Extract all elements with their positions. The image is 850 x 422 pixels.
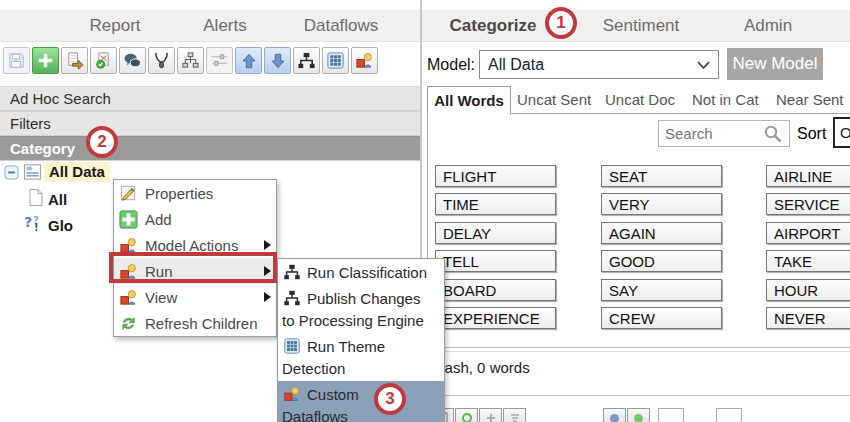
tab-not-in-cat[interactable]: Not in Cat xyxy=(692,86,759,113)
word-button[interactable]: SERVICE xyxy=(766,193,850,215)
run-theme-detection-button[interactable] xyxy=(322,47,349,74)
save-button[interactable] xyxy=(3,47,30,74)
export-document-button[interactable] xyxy=(61,47,88,74)
annotation-step-1: 1 xyxy=(545,7,577,39)
comments-button[interactable] xyxy=(119,47,146,74)
search-icon[interactable] xyxy=(763,124,783,144)
plus-icon xyxy=(119,210,138,229)
sidebar-section-adhoc-search[interactable]: Ad Hoc Search xyxy=(0,86,420,111)
word-button[interactable]: FLIGHT xyxy=(435,165,556,187)
filter-sliders-icon xyxy=(210,51,229,70)
global-rules-icon: ??! xyxy=(22,213,43,233)
hierarchy-button[interactable] xyxy=(177,47,204,74)
divider xyxy=(427,395,850,396)
tree-node-glo[interactable]: Glo xyxy=(48,216,73,236)
sidebar-section-filters[interactable]: Filters xyxy=(0,111,420,136)
menu-item-refresh-children[interactable]: Refresh Children xyxy=(114,310,276,336)
submenu-arrow-icon xyxy=(264,240,271,250)
trash-toolbar-button[interactable] xyxy=(627,408,650,422)
submenu-item-label: Detection xyxy=(278,359,444,381)
arrows-icon xyxy=(485,412,497,422)
nav-tab-dataflows[interactable]: Dataflows xyxy=(304,10,379,41)
nav-tab-admin[interactable]: Admin xyxy=(744,10,792,41)
nav-tab-sentiment[interactable]: Sentiment xyxy=(603,10,680,41)
custom-dataflow-button[interactable] xyxy=(351,47,378,74)
sidebar-section-category[interactable]: Category xyxy=(0,136,420,161)
word-button[interactable]: VERY xyxy=(601,193,722,215)
divider xyxy=(427,351,850,352)
sort-select[interactable]: Oc xyxy=(833,117,850,148)
tab-uncat-sent[interactable]: Uncat Sent xyxy=(517,86,591,113)
trash-toolbar-button[interactable] xyxy=(479,408,502,422)
nav-tab-alerts[interactable]: Alerts xyxy=(203,10,246,41)
menu-item-properties[interactable]: Properties xyxy=(114,180,276,206)
menu-item-add[interactable]: Add xyxy=(114,206,276,232)
dataflow-icon xyxy=(283,385,301,403)
word-button[interactable]: DELAY xyxy=(435,222,556,244)
trash-toolbar-button[interactable] xyxy=(503,408,526,422)
menu-item-label: Properties xyxy=(145,185,213,202)
classification-icon xyxy=(283,289,301,307)
annotation-run-highlight xyxy=(109,252,277,283)
submenu-item-run-classification[interactable]: Run Classification xyxy=(278,259,444,285)
move-down-button[interactable] xyxy=(264,47,291,74)
word-button[interactable]: TELL xyxy=(435,250,556,272)
run-classification-button[interactable] xyxy=(293,47,320,74)
submenu-item-label: Custom xyxy=(307,386,359,403)
down-arrow-icon xyxy=(269,52,287,70)
tree-node-all[interactable]: All xyxy=(48,190,67,210)
word-button[interactable]: SAY xyxy=(601,279,722,301)
nav-tab-report[interactable]: Report xyxy=(89,10,140,41)
properties-icon xyxy=(119,184,138,203)
menu-item-label: Model Actions xyxy=(145,237,238,254)
word-button[interactable]: GOOD xyxy=(601,250,722,272)
add-button[interactable] xyxy=(32,47,59,74)
word-button[interactable]: CREW xyxy=(601,307,722,329)
menu-item-label: Refresh Children xyxy=(145,315,258,332)
submenu-item-label: Dataflows xyxy=(278,407,444,422)
trash-toolbar-field[interactable] xyxy=(658,408,684,422)
menu-item-label: Add xyxy=(145,211,172,228)
word-button[interactable]: BOARD xyxy=(435,279,556,301)
move-up-button[interactable] xyxy=(235,47,262,74)
model-select-value: All Data xyxy=(488,56,544,73)
model-select[interactable]: All Data xyxy=(479,50,719,79)
word-button[interactable]: AGAIN xyxy=(601,222,722,244)
svg-text:!: ! xyxy=(34,222,39,233)
tree-collapse-toggle[interactable] xyxy=(4,165,19,180)
tree-node-all-data[interactable]: All Data xyxy=(44,162,110,182)
annotation-step-2: 2 xyxy=(86,126,118,158)
model-label: Model: xyxy=(427,51,475,79)
submenu-arrow-icon xyxy=(264,292,271,302)
word-button[interactable]: TIME xyxy=(435,193,556,215)
submenu-item-run-theme-detection[interactable]: Run Theme Detection xyxy=(278,333,444,381)
new-model-button[interactable]: New Model xyxy=(727,48,823,80)
word-button[interactable]: NEVER xyxy=(766,307,850,329)
headset-button[interactable] xyxy=(148,47,175,74)
submenu-item-publish-changes[interactable]: Publish Changes to Processing Engine xyxy=(278,285,444,333)
word-button[interactable]: HOUR xyxy=(766,279,850,301)
validate-document-button[interactable] xyxy=(90,47,117,74)
word-button[interactable]: EXPERIENCE xyxy=(435,307,556,329)
word-button[interactable]: SEAT xyxy=(601,165,722,187)
trash-status: Trash, 0 words xyxy=(431,357,530,379)
classification-icon xyxy=(283,263,301,281)
tab-near-sent[interactable]: Near Sent xyxy=(776,86,844,113)
submenu-item-custom-dataflows[interactable]: Custom Dataflows xyxy=(278,381,444,422)
trash-toolbar-field[interactable] xyxy=(716,408,742,422)
word-button[interactable]: AIRLINE xyxy=(766,165,850,187)
trash-toolbar-button[interactable] xyxy=(603,408,626,422)
word-button[interactable]: AIRPORT xyxy=(766,222,850,244)
submenu-item-label: Run Theme xyxy=(307,338,385,355)
tab-all-words[interactable]: All Words xyxy=(427,86,511,114)
word-button[interactable]: TAKE xyxy=(766,250,850,272)
tab-uncat-doc[interactable]: Uncat Doc xyxy=(605,86,675,113)
nav-tab-categorize[interactable]: Categorize xyxy=(450,10,537,41)
top-nav-band: Report Alerts Dataflows Categorize Senti… xyxy=(0,10,850,42)
trash-toolbar-button[interactable] xyxy=(455,408,478,422)
filter-sliders-button[interactable] xyxy=(206,47,233,74)
menu-item-view[interactable]: View xyxy=(114,284,276,310)
tab-content-top-border xyxy=(511,113,850,114)
refresh-icon xyxy=(119,314,138,333)
refresh-icon xyxy=(461,412,473,422)
